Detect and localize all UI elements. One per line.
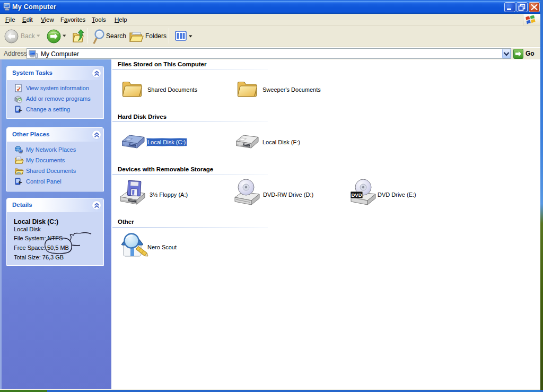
svg-text:DVD: DVD xyxy=(351,192,362,198)
